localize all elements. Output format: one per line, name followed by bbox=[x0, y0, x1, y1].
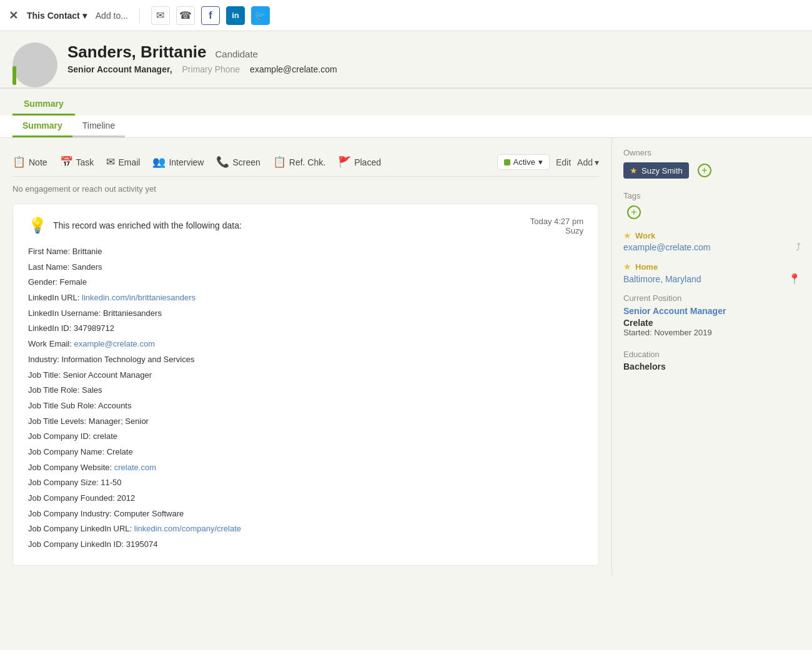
action-bar-right: Active ▾ Edit Add ▾ bbox=[497, 154, 599, 170]
field-work-email: Work Email: example@crelate.com bbox=[28, 337, 583, 352]
add-to-button[interactable]: Add to... bbox=[96, 11, 128, 21]
field-linkedin-username: LinkedIn Username: Brittaniesanders bbox=[28, 306, 583, 322]
bulb-icon: 💡 bbox=[28, 217, 47, 234]
owner-chip[interactable]: ★ Suzy Smith bbox=[623, 162, 689, 179]
tabs-bar: Summary bbox=[0, 94, 812, 116]
add-label: Add bbox=[577, 157, 593, 167]
field-gender: Gender: Female bbox=[28, 275, 583, 290]
enrichment-card: 💡 This record was enriched with the foll… bbox=[12, 204, 599, 566]
email-action-icon: ✉ bbox=[106, 155, 115, 169]
education-value: Bachelors bbox=[623, 362, 801, 372]
email-label: Email bbox=[118, 157, 140, 167]
task-icon: 📅 bbox=[60, 155, 73, 169]
work-email-type: Work bbox=[635, 231, 655, 240]
phone-icon[interactable]: ☎ bbox=[176, 6, 195, 25]
tags-label: Tags bbox=[623, 191, 801, 200]
field-company-website: Job Company Website: crelate.com bbox=[28, 460, 583, 476]
current-position-company: Crelate bbox=[623, 318, 801, 328]
this-contact-label: This Contact bbox=[27, 11, 80, 21]
tab-summary[interactable]: Summary bbox=[12, 116, 72, 137]
field-job-role: Job Title Role: Sales bbox=[28, 383, 583, 398]
this-contact-chevron: ▾ bbox=[82, 11, 87, 21]
field-first-name: First Name: Brittanie bbox=[28, 244, 583, 260]
action-bar: 📋 Note 📅 Task ✉ Email 👥 Interview 📞 bbox=[12, 148, 599, 177]
owner-name: Suzy Smith bbox=[641, 166, 683, 175]
main-content: 📋 Note 📅 Task ✉ Email 👥 Interview 📞 bbox=[0, 138, 812, 576]
linkedin-url-link[interactable]: linkedin.com/in/brittaniesanders bbox=[82, 293, 196, 302]
note-button[interactable]: 📋 Note bbox=[12, 155, 47, 169]
owner-star-icon: ★ bbox=[630, 165, 638, 175]
contact-title: Senior Account Manager, bbox=[67, 64, 172, 74]
enrichment-header: 💡 This record was enriched with the foll… bbox=[28, 217, 583, 235]
status-label: Active bbox=[513, 157, 535, 167]
enrichment-title: This record was enriched with the follow… bbox=[53, 220, 242, 230]
enrichment-by: Suzy bbox=[530, 226, 583, 235]
add-tag-button[interactable]: + bbox=[627, 205, 641, 219]
close-button[interactable]: ✕ bbox=[9, 9, 18, 22]
twitter-icon[interactable]: 🐦 bbox=[251, 6, 270, 25]
sub-tabs: Summary Timeline bbox=[0, 116, 812, 138]
refchk-button[interactable]: 📋 Ref. Chk. bbox=[273, 155, 325, 169]
status-badge[interactable]: Active ▾ bbox=[497, 154, 550, 170]
add-owner-button[interactable]: + bbox=[698, 164, 711, 177]
avatar-indicator bbox=[12, 66, 16, 85]
education-section: Education Bachelors bbox=[623, 350, 801, 372]
work-star-icon: ★ bbox=[623, 230, 631, 240]
right-panel: Owners ★ Suzy Smith + Tags + ★ Work exam… bbox=[612, 138, 812, 576]
education-label: Education bbox=[623, 350, 801, 359]
home-location-section: ★ Home Baltimore, Maryland 📍 bbox=[623, 262, 801, 285]
tags-section: Tags + bbox=[623, 191, 801, 219]
edit-button[interactable]: Edit bbox=[556, 157, 571, 167]
field-company-size: Job Company Size: 11-50 bbox=[28, 475, 583, 491]
current-position-label: Current Position bbox=[623, 293, 801, 303]
company-website-link[interactable]: crelate.com bbox=[114, 463, 156, 472]
contact-email: example@crelate.com bbox=[250, 64, 337, 74]
facebook-icon[interactable]: f bbox=[201, 6, 220, 25]
contact-info: Sanders, Brittanie Candidate Senior Acco… bbox=[67, 42, 800, 74]
home-location-value[interactable]: Baltimore, Maryland bbox=[623, 274, 701, 284]
status-chevron: ▾ bbox=[538, 157, 543, 167]
field-job-subrole: Job Title Sub Role: Accounts bbox=[28, 398, 583, 414]
field-industry: Industry: Information Technology and Ser… bbox=[28, 352, 583, 368]
current-position-section: Current Position Senior Account Manager … bbox=[623, 293, 801, 337]
field-company-founded: Job Company Founded: 2012 bbox=[28, 491, 583, 506]
tab-summary-top[interactable]: Summary bbox=[12, 94, 75, 116]
enrichment-meta: Today 4:27 pm Suzy bbox=[530, 217, 583, 235]
field-job-levels: Job Title Levels: Manager; Senior bbox=[28, 414, 583, 430]
screen-button[interactable]: 📞 Screen bbox=[216, 155, 260, 169]
screen-icon: 📞 bbox=[216, 155, 229, 169]
refchk-label: Ref. Chk. bbox=[289, 157, 325, 167]
owners-section: Owners ★ Suzy Smith + bbox=[623, 148, 801, 179]
email-button[interactable]: ✉ Email bbox=[106, 155, 140, 169]
company-linkedin-link[interactable]: linkedin.com/company/crelate bbox=[134, 524, 241, 533]
enrichment-fields: First Name: Brittanie Last Name: Sanders… bbox=[28, 244, 583, 553]
email-icon[interactable]: ✉ bbox=[151, 6, 170, 25]
toolbar: ✕ This Contact ▾ Add to... ✉ ☎ f in 🐦 bbox=[0, 0, 812, 31]
work-email-link[interactable]: example@crelate.com bbox=[74, 339, 155, 348]
add-button[interactable]: Add ▾ bbox=[577, 157, 599, 167]
task-label: Task bbox=[76, 157, 94, 167]
field-company-linkedin-id: Job Company LinkedIn ID: 3195074 bbox=[28, 537, 583, 553]
work-email-value[interactable]: example@crelate.com bbox=[623, 242, 711, 252]
refchk-icon: 📋 bbox=[273, 155, 286, 169]
field-company-linkedin-url: Job Company LinkedIn URL: linkedin.com/c… bbox=[28, 521, 583, 537]
email-action-icon[interactable]: ⤴ bbox=[796, 242, 801, 253]
location-icon[interactable]: 📍 bbox=[788, 273, 801, 285]
contact-phone-label: Primary Phone bbox=[182, 64, 240, 74]
this-contact-menu[interactable]: This Contact ▾ bbox=[27, 11, 87, 21]
field-company-name: Job Company Name: Crelate bbox=[28, 445, 583, 460]
field-company-industry: Job Company Industry: Computer Software bbox=[28, 506, 583, 522]
contact-type: Candidate bbox=[215, 49, 258, 59]
left-panel: 📋 Note 📅 Task ✉ Email 👥 Interview 📞 bbox=[0, 138, 612, 576]
task-button[interactable]: 📅 Task bbox=[60, 155, 94, 169]
field-job-title: Job Title: Senior Account Manager bbox=[28, 368, 583, 383]
tab-timeline[interactable]: Timeline bbox=[72, 116, 125, 137]
note-label: Note bbox=[29, 157, 47, 167]
interview-button[interactable]: 👥 Interview bbox=[152, 155, 204, 169]
avatar bbox=[12, 42, 57, 87]
no-engagement-message: No engagement or reach out activity yet bbox=[12, 184, 599, 194]
screen-label: Screen bbox=[232, 157, 260, 167]
linkedin-icon[interactable]: in bbox=[226, 6, 245, 25]
home-type: Home bbox=[635, 262, 658, 272]
placed-button[interactable]: 🚩 Placed bbox=[338, 155, 381, 169]
